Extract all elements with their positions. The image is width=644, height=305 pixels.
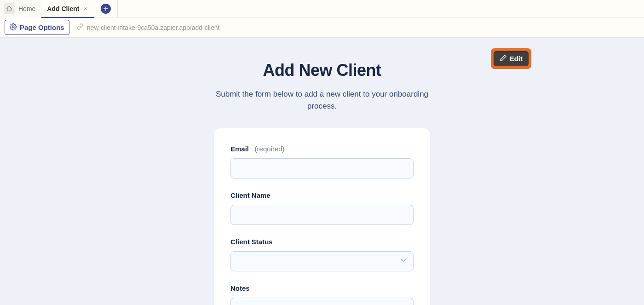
page-url: new-client-intake-9ca50a.zapier.app/add-… [77, 23, 220, 31]
email-required: (required) [255, 145, 285, 153]
add-tab-button[interactable] [101, 4, 111, 14]
page-url-text: new-client-intake-9ca50a.zapier.app/add-… [87, 24, 220, 31]
tab-home[interactable]: Home [0, 0, 41, 17]
home-icon [4, 3, 15, 14]
edit-button[interactable]: Edit [494, 51, 529, 66]
notes-input[interactable] [230, 298, 414, 305]
close-icon[interactable] [83, 5, 88, 12]
field-notes: Notes [230, 284, 414, 305]
page-options-label: Page Options [20, 23, 64, 31]
field-email: Email (required) [230, 145, 414, 178]
tab-bar: Home Add Client [0, 0, 644, 17]
email-label: Email [230, 145, 249, 153]
link-icon [77, 23, 83, 31]
client-name-label: Client Name [230, 191, 414, 199]
tab-home-label: Home [18, 5, 35, 12]
options-bar: Page Options new-client-intake-9ca50a.za… [0, 17, 644, 38]
pencil-icon [500, 54, 507, 63]
page-header: Edit Add New Client Submit the form belo… [214, 61, 430, 112]
form-card: Email (required) Client Name Client Stat… [214, 128, 430, 305]
client-status-label: Client Status [230, 238, 414, 246]
canvas: Edit Add New Client Submit the form belo… [0, 38, 644, 305]
edit-highlight: Edit [491, 48, 531, 69]
chevron-down-icon [399, 256, 408, 266]
page-subtitle: Submit the form below to add a new clien… [214, 88, 430, 112]
page-title: Add New Client [214, 61, 430, 80]
edit-button-label: Edit [510, 55, 523, 63]
notes-label: Notes [230, 284, 414, 292]
field-client-status: Client Status [230, 238, 414, 271]
gear-icon [10, 23, 17, 32]
field-client-name: Client Name [230, 191, 414, 225]
client-status-select[interactable] [230, 251, 414, 271]
email-input[interactable] [230, 158, 414, 178]
tab-add-client[interactable]: Add Client [41, 0, 94, 18]
client-name-input[interactable] [230, 205, 414, 225]
page-options-button[interactable]: Page Options [5, 20, 69, 35]
new-tab-area [94, 0, 118, 17]
svg-point-4 [12, 26, 14, 28]
tab-add-client-label: Add Client [47, 5, 79, 12]
email-label-row: Email (required) [230, 145, 414, 153]
